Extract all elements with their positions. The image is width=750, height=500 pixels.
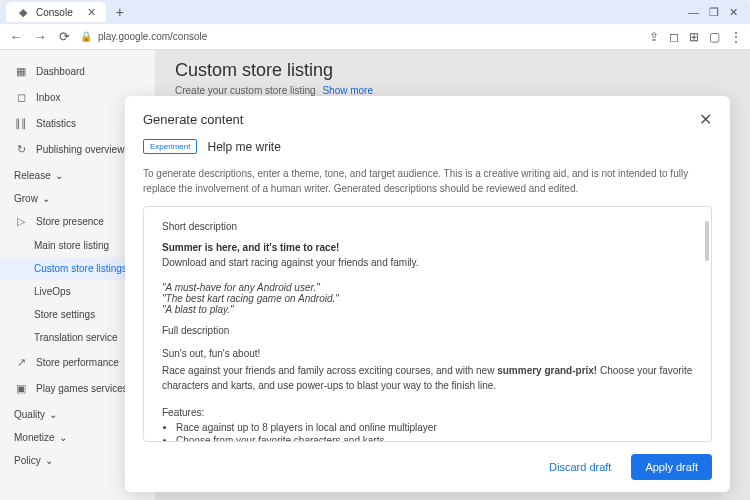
- generate-content-modal: Generate content ✕ Experiment Help me wr…: [125, 96, 730, 492]
- full-desc-line2: Race against your friends and family acr…: [162, 363, 693, 393]
- forward-icon[interactable]: →: [32, 29, 48, 44]
- quote-3: "A blast to play.": [162, 304, 693, 315]
- scrollbar[interactable]: [705, 221, 709, 261]
- url-field[interactable]: 🔒 play.google.com/console: [80, 31, 641, 42]
- features-list: Race against up to 8 players in local an…: [162, 422, 693, 442]
- tab-favicon: ◆: [16, 5, 30, 19]
- dashboard-icon: ▦: [14, 64, 28, 78]
- play-icon: ▷: [14, 214, 28, 228]
- modal-title: Generate content: [143, 112, 243, 127]
- experiment-badge: Experiment: [143, 139, 197, 154]
- close-tab-icon[interactable]: ✕: [87, 6, 96, 19]
- publish-icon: ↻: [14, 142, 28, 156]
- discard-button[interactable]: Discard draft: [539, 454, 621, 480]
- chevron-down-icon: ⌄: [59, 432, 67, 443]
- bookmark-icon[interactable]: ◻: [669, 30, 679, 44]
- feature-item: Race against up to 8 players in local an…: [176, 422, 693, 433]
- quote-1: "A must-have for any Android user.": [162, 282, 693, 293]
- close-icon[interactable]: ✕: [699, 110, 712, 129]
- extension-icon[interactable]: ⊞: [689, 30, 699, 44]
- short-desc-text: Download and start racing against your f…: [162, 255, 693, 270]
- features-label: Features:: [162, 405, 693, 420]
- browser-tabbar: ◆ Console ✕ + — ❐ ✕: [0, 0, 750, 24]
- chart-icon: ↗: [14, 355, 28, 369]
- cast-icon[interactable]: ▢: [709, 30, 720, 44]
- back-icon[interactable]: ←: [8, 29, 24, 44]
- feature-item: Choose from your favorite characters and…: [176, 435, 693, 442]
- lock-icon: 🔒: [80, 31, 92, 42]
- full-desc-label: Full description: [162, 325, 693, 336]
- reload-icon[interactable]: ⟳: [56, 29, 72, 44]
- maximize-icon[interactable]: ❐: [709, 6, 719, 19]
- menu-icon[interactable]: ⋮: [730, 30, 742, 44]
- games-icon: ▣: [14, 381, 28, 395]
- minimize-icon[interactable]: —: [688, 6, 699, 19]
- apply-button[interactable]: Apply draft: [631, 454, 712, 480]
- modal-description: To generate descriptions, enter a theme,…: [125, 162, 730, 206]
- chevron-down-icon: ⌄: [42, 193, 50, 204]
- url-bar: ← → ⟳ 🔒 play.google.com/console ⇪ ◻ ⊞ ▢ …: [0, 24, 750, 50]
- sidebar-item-dashboard[interactable]: ▦Dashboard: [0, 58, 155, 84]
- chevron-down-icon: ⌄: [55, 170, 63, 181]
- inbox-icon: ◻: [14, 90, 28, 104]
- close-window-icon[interactable]: ✕: [729, 6, 738, 19]
- short-desc-label: Short description: [162, 221, 693, 232]
- modal-subtitle: Help me write: [207, 140, 280, 154]
- browser-tab[interactable]: ◆ Console ✕: [6, 2, 106, 22]
- main-content: Custom store listing Create your custom …: [155, 50, 750, 500]
- share-icon[interactable]: ⇪: [649, 30, 659, 44]
- quote-2: "The best kart racing game on Android.": [162, 293, 693, 304]
- short-desc-headline: Summer is here, and it's time to race!: [162, 242, 693, 253]
- new-tab-button[interactable]: +: [110, 4, 130, 20]
- full-desc-line1: Sun's out, fun's about!: [162, 346, 693, 361]
- modal-body: Short description Summer is here, and it…: [143, 206, 712, 442]
- url-text: play.google.com/console: [98, 31, 207, 42]
- tab-title: Console: [36, 7, 73, 18]
- chevron-down-icon: ⌄: [45, 455, 53, 466]
- chevron-down-icon: ⌄: [49, 409, 57, 420]
- stats-icon: ∥∥: [14, 116, 28, 130]
